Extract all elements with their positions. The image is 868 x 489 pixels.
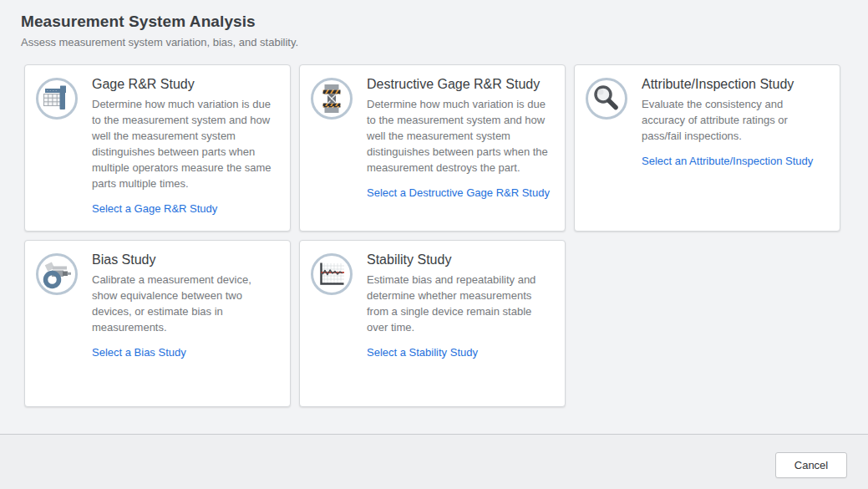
- card-attribute-inspection-study: Attribute/Inspection Study Evaluate the …: [574, 64, 840, 232]
- card-title: Bias Study: [92, 252, 278, 267]
- page-subtitle: Assess measurement system variation, bia…: [21, 36, 868, 48]
- card-stability-study: Stability Study Estimate bias and repeat…: [299, 240, 566, 407]
- caliper-grid-icon: [35, 77, 79, 120]
- press-crush-icon: [310, 77, 353, 120]
- study-card-grid: Gage R&R Study Determine how much variat…: [24, 64, 840, 407]
- page-header: Measurement System Analysis Assess measu…: [0, 0, 868, 48]
- card-description: Determine how much variation is due to t…: [367, 96, 553, 176]
- card-description: Calibrate a measurement device, show equ…: [92, 272, 278, 335]
- card-destructive-gage-rr-study: Destructive Gage R&R Study Determine how…: [299, 64, 566, 232]
- card-title: Attribute/Inspection Study: [642, 77, 828, 92]
- select-stability-study-link[interactable]: Select a Stability Study: [367, 346, 478, 359]
- control-chart-icon: [310, 252, 353, 296]
- card-description: Determine how much variation is due to t…: [92, 96, 278, 191]
- card-title: Stability Study: [367, 252, 553, 267]
- select-bias-study-link[interactable]: Select a Bias Study: [92, 346, 186, 359]
- micrometer-icon: [35, 252, 79, 296]
- card-bias-study: Bias Study Calibrate a measurement devic…: [24, 240, 291, 407]
- card-description: Evaluate the consistency and accuracy of…: [642, 96, 828, 144]
- card-title: Gage R&R Study: [92, 77, 278, 92]
- card-gage-rr-study: Gage R&R Study Determine how much variat…: [24, 64, 291, 232]
- footer-bar: Cancel: [0, 434, 868, 489]
- cancel-button[interactable]: Cancel: [775, 452, 847, 478]
- card-description: Estimate bias and repeatability and dete…: [367, 272, 553, 335]
- select-attribute-inspection-study-link[interactable]: Select an Attribute/Inspection Study: [642, 155, 813, 167]
- page-title: Measurement System Analysis: [21, 13, 868, 31]
- select-destructive-gage-rr-study-link[interactable]: Select a Destructive Gage R&R Study: [367, 186, 550, 199]
- select-gage-rr-study-link[interactable]: Select a Gage R&R Study: [92, 202, 217, 215]
- card-title: Destructive Gage R&R Study: [367, 77, 553, 92]
- magnifier-icon: [585, 77, 628, 120]
